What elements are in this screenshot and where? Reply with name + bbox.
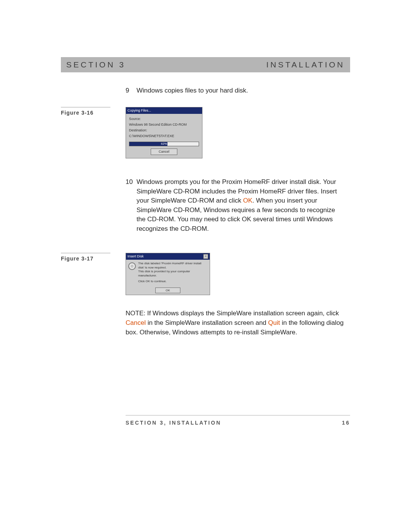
insert-disk-dialog-title: Insert Disk	[127, 254, 144, 259]
note-paragraph: NOTE: If Windows displays the SimpleWare…	[126, 309, 350, 337]
header-left: SECTION 3	[66, 60, 126, 69]
source-label: Source:	[129, 117, 199, 121]
note-text-a: NOTE: If Windows displays the SimpleWare…	[126, 310, 339, 317]
page-header: SECTION 3 INSTALLATION	[61, 57, 350, 72]
copying-files-dialog-title: Copying Files...	[126, 107, 202, 114]
footer-page-number: 16	[342, 420, 350, 426]
note-text-b: in the SimpleWare installation screen an…	[146, 319, 268, 326]
insert-disk-dialog: Insert Disk × The disk labeled 'Proxim H…	[126, 253, 210, 296]
close-icon[interactable]: ×	[203, 254, 208, 259]
cancel-button[interactable]: Cancel	[151, 149, 177, 155]
insert-disk-line-3: Click OK to continue.	[138, 280, 207, 284]
page-footer: SECTION 3, INSTALLATION 16	[61, 415, 350, 426]
step-9: 9 Windows copies files to your hard disk…	[126, 86, 350, 96]
step-10-number: 10	[126, 177, 135, 187]
copy-progress-percent: 62%	[161, 142, 167, 146]
quit-action-text: Quit	[268, 319, 280, 326]
source-value: Windows 98 Second Edition CD-ROM	[129, 122, 199, 127]
destination-label: Destination:	[129, 128, 199, 133]
ok-action-text: OK	[243, 197, 253, 204]
header-right: INSTALLATION	[266, 60, 345, 69]
step-9-number: 9	[126, 86, 135, 96]
disc-icon	[128, 262, 136, 270]
destination-value: C:\WINDOWS\NETSTAT.EXE	[129, 134, 199, 139]
copy-progress-bar: 62%	[129, 142, 199, 146]
step-9-text: Windows copies files to your hard disk.	[137, 86, 342, 96]
copying-files-dialog: Copying Files... Source: Windows 98 Seco…	[126, 107, 202, 158]
figure-3-16-caption: Figure 3-16	[61, 107, 126, 116]
ok-button[interactable]: OK	[155, 288, 180, 294]
insert-disk-line-1: The disk labeled 'Proxim HomeRF driver i…	[138, 262, 207, 270]
insert-disk-line-2: This disk is provided by your computer m…	[138, 270, 207, 278]
step-10: 10 Windows prompts you for the Proxim Ho…	[126, 177, 350, 234]
figure-3-17-caption: Figure 3-17	[61, 253, 126, 262]
footer-section: SECTION 3, INSTALLATION	[126, 420, 221, 426]
cancel-action-text: Cancel	[126, 319, 146, 326]
